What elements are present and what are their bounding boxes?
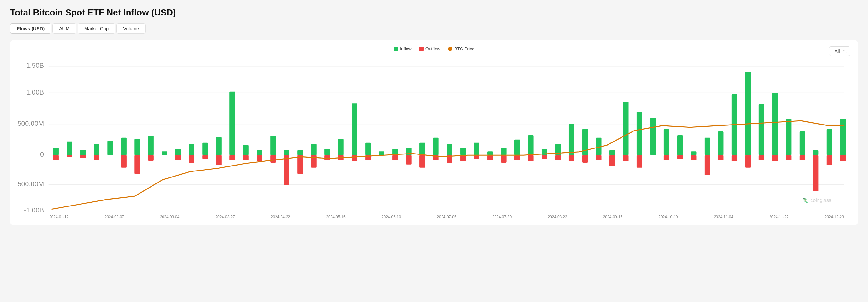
svg-rect-58 [379, 151, 384, 155]
svg-rect-16 [80, 150, 86, 155]
svg-rect-74 [487, 155, 493, 160]
svg-rect-29 [175, 155, 181, 160]
svg-rect-117 [786, 155, 792, 160]
svg-rect-99 [664, 155, 670, 160]
range-select[interactable]: All 1M 3M 6M 1Y [829, 46, 850, 56]
btcprice-color-dot [448, 47, 452, 51]
svg-rect-24 [134, 155, 140, 174]
x-label-11: 2024-10-10 [658, 215, 678, 219]
svg-rect-121 [813, 155, 819, 191]
svg-rect-51 [324, 155, 330, 160]
svg-rect-42 [270, 136, 276, 155]
outflow-color-dot [419, 47, 424, 51]
svg-rect-116 [786, 119, 792, 156]
svg-rect-86 [569, 155, 575, 161]
svg-rect-60 [392, 155, 398, 160]
svg-rect-103 [691, 155, 696, 160]
svg-text:1.50B: 1.50B [26, 61, 44, 69]
watermark: 🦎 coinglass [802, 197, 831, 203]
tab-aum[interactable]: AUM [52, 23, 76, 34]
svg-rect-13 [53, 155, 59, 160]
svg-rect-71 [474, 143, 479, 156]
tab-flows[interactable]: Flows (USD) [10, 23, 51, 34]
svg-rect-47 [297, 155, 303, 174]
tab-volume[interactable]: Volume [117, 23, 146, 34]
svg-rect-35 [216, 155, 222, 165]
x-label-6: 2024-06-10 [382, 215, 401, 219]
svg-rect-17 [80, 155, 86, 158]
svg-rect-52 [338, 139, 344, 155]
svg-rect-124 [840, 119, 846, 156]
page-title: Total Bitcoin Spot ETF Net Inflow (USD) [10, 7, 858, 18]
svg-rect-75 [501, 147, 506, 155]
svg-rect-31 [189, 155, 194, 163]
svg-rect-95 [637, 111, 642, 155]
watermark-text: coinglass [810, 198, 831, 203]
inflow-color-dot [394, 47, 398, 51]
x-label-9: 2024-08-22 [548, 215, 567, 219]
x-axis-labels: 2024-01-12 2024-02-07 2024-03-04 2024-03… [49, 215, 844, 219]
svg-rect-88 [582, 155, 588, 163]
svg-rect-97 [650, 118, 656, 156]
svg-rect-102 [691, 151, 696, 155]
svg-rect-90 [596, 155, 601, 160]
svg-text:-1.00B: -1.00B [24, 206, 44, 214]
svg-rect-44 [284, 150, 289, 155]
svg-rect-76 [501, 155, 506, 163]
chart-container: All 1M 3M 6M 1Y Inflow Outflow BTC Price… [10, 40, 858, 225]
x-label-2: 2024-03-04 [160, 215, 179, 219]
svg-rect-69 [460, 147, 466, 155]
svg-rect-93 [623, 101, 629, 155]
svg-rect-56 [365, 143, 371, 156]
svg-rect-55 [352, 155, 357, 161]
svg-rect-21 [121, 138, 127, 155]
svg-rect-85 [569, 124, 575, 155]
legend-outflow: Outflow [419, 46, 440, 52]
svg-rect-92 [610, 155, 615, 166]
svg-rect-36 [229, 92, 235, 156]
svg-rect-84 [555, 155, 561, 160]
svg-rect-101 [677, 155, 683, 159]
chart-area: 1.50B 1.00B 500.00M 0 -500.00M -1.00B 20… [18, 55, 850, 219]
svg-rect-65 [433, 138, 439, 155]
svg-rect-77 [515, 140, 520, 155]
svg-rect-54 [352, 103, 357, 155]
svg-rect-78 [515, 155, 520, 160]
svg-rect-22 [121, 155, 127, 168]
svg-rect-38 [243, 145, 249, 156]
svg-rect-106 [718, 131, 724, 155]
x-label-3: 2024-03-27 [215, 215, 235, 219]
svg-text:-500.00M: -500.00M [18, 180, 44, 188]
svg-rect-30 [189, 144, 194, 156]
svg-rect-14 [67, 141, 72, 155]
tab-bar: Flows (USD) AUM Market Cap Volume [10, 23, 858, 34]
svg-rect-37 [229, 155, 235, 160]
svg-rect-112 [759, 104, 765, 155]
x-label-1: 2024-02-07 [104, 215, 124, 219]
svg-rect-122 [827, 129, 832, 155]
svg-rect-40 [257, 150, 262, 155]
svg-text:0: 0 [40, 150, 44, 159]
tab-marketcap[interactable]: Market Cap [78, 23, 116, 34]
svg-rect-111 [745, 155, 751, 168]
svg-rect-70 [460, 155, 466, 161]
svg-rect-100 [677, 135, 683, 155]
svg-rect-15 [67, 155, 72, 157]
svg-rect-72 [474, 155, 479, 159]
x-label-14: 2024-12-23 [825, 215, 844, 219]
svg-rect-23 [134, 139, 140, 155]
svg-rect-34 [216, 137, 222, 155]
range-selector-wrap[interactable]: All 1M 3M 6M 1Y [829, 46, 850, 56]
x-label-8: 2024-07-30 [492, 215, 512, 219]
svg-rect-43 [270, 155, 276, 163]
svg-rect-96 [637, 155, 642, 168]
svg-rect-113 [759, 155, 765, 160]
x-label-12: 2024-11-04 [714, 215, 733, 219]
svg-rect-125 [840, 155, 846, 161]
svg-text:500.00M: 500.00M [18, 119, 44, 127]
chart-legend: Inflow Outflow BTC Price [18, 46, 850, 52]
svg-rect-98 [664, 129, 670, 155]
svg-rect-26 [148, 155, 154, 161]
svg-rect-67 [446, 144, 452, 156]
svg-rect-107 [718, 155, 724, 160]
